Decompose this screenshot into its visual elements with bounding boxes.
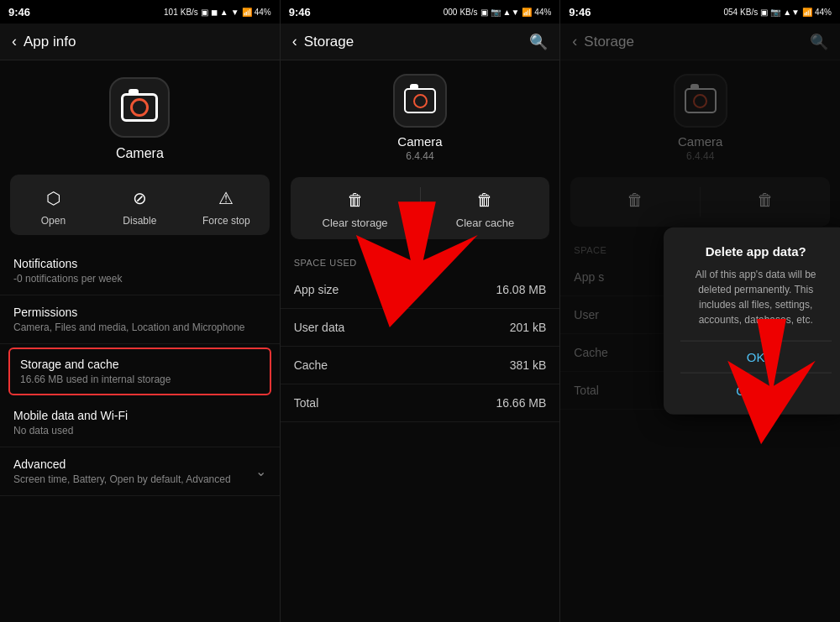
- status-bar-3: 9:46 054 KB/s ▣ 📷 ▲▼ 📶 44%: [560, 0, 840, 24]
- disable-label: Disable: [123, 215, 156, 227]
- disable-icon: ⊘: [128, 186, 151, 210]
- storage-camera-icon-3: [685, 88, 717, 113]
- notifications-sub: -0 notifications per week: [13, 273, 266, 285]
- dialog-text: All of this app's data will be deleted p…: [680, 266, 832, 327]
- permissions-title: Permissions: [13, 306, 266, 319]
- app-icon-section: Camera: [0, 60, 280, 175]
- panel-dialog: 9:46 054 KB/s ▣ 📷 ▲▼ 📶 44% ‹ Storage 🔍: [560, 0, 840, 622]
- force-stop-button[interactable]: ⚠ Force stop: [183, 186, 270, 227]
- mobile-data-item[interactable]: Mobile data and Wi-Fi No data used: [0, 399, 280, 447]
- advanced-title: Advanced: [13, 457, 231, 471]
- storage-sub: 16.66 MB used in internal storage: [20, 374, 260, 385]
- storage-title: Storage and cache: [20, 358, 260, 371]
- status-time-2: 9:46: [289, 6, 311, 18]
- advanced-item[interactable]: Advanced Screen time, Battery, Open by d…: [0, 447, 280, 496]
- space-used-label: SPACE USED: [281, 251, 560, 271]
- force-stop-label: Force stop: [202, 215, 250, 227]
- status-icons-3: 054 KB/s ▣ 📷 ▲▼ 📶 44%: [723, 8, 832, 17]
- panel-storage: 9:46 000 KB/s ▣ 📷 ▲▼ 📶 44% ‹ Storage 🔍 C…: [281, 0, 561, 622]
- status-icons-1: 101 KB/s ▣ ◼ ▲ ▼ 📶 44%: [164, 8, 271, 17]
- open-button[interactable]: ⬡ Open: [10, 186, 97, 227]
- back-button-1[interactable]: ‹: [12, 33, 17, 50]
- status-bar-1: 9:46 101 KB/s ▣ ◼ ▲ ▼ 📶 44%: [0, 0, 280, 24]
- app-size-value: 16.08 MB: [496, 283, 546, 296]
- disable-button[interactable]: ⊘ Disable: [97, 186, 183, 227]
- storage-title-bar: Storage: [304, 34, 523, 50]
- storage-app-name: Camera: [397, 134, 442, 149]
- clear-buttons-row-3: 🗑 🗑: [570, 177, 830, 227]
- status-icons-2: 000 KB/s ▣ 📷 ▲▼ 📶 44%: [444, 8, 552, 17]
- open-label: Open: [41, 215, 66, 227]
- back-button-3: ‹: [572, 33, 577, 50]
- total-value: 16.66 MB: [496, 396, 546, 410]
- user-data-row: User data 201 kB: [281, 309, 560, 347]
- mobile-data-sub: No data used: [13, 425, 266, 436]
- back-button-2[interactable]: ‹: [292, 33, 297, 50]
- dialog-buttons: OK Cancel: [680, 340, 832, 405]
- open-icon: ⬡: [41, 186, 65, 210]
- app-icon: [109, 77, 170, 138]
- clear-storage-button[interactable]: 🗑 Clear storage: [291, 177, 420, 239]
- clear-cache-button[interactable]: 🗑 Clear cache: [421, 177, 550, 239]
- camera-icon: [121, 93, 158, 122]
- user-data-label: User data: [294, 321, 345, 334]
- storage-camera-icon: [404, 88, 436, 113]
- app-name-1: Camera: [116, 146, 164, 161]
- storage-title-bar-3: Storage: [584, 34, 803, 50]
- clear-cache-button-3: 🗑: [701, 177, 830, 227]
- storage-app-section: Camera 6.4.44: [281, 60, 560, 172]
- dialog-cancel-button[interactable]: Cancel: [680, 374, 832, 405]
- mobile-data-title: Mobile data and Wi-Fi: [13, 409, 266, 422]
- total-label: Total: [294, 396, 319, 410]
- storage-app-icon: [393, 74, 447, 128]
- user-data-value: 201 kB: [510, 321, 547, 334]
- advanced-sub: Screen time, Battery, Open by default, A…: [13, 473, 231, 485]
- dialog-title: Delete app data?: [680, 243, 832, 258]
- storage-topbar: ‹ Storage 🔍: [281, 24, 560, 60]
- app-info-title: App info: [24, 34, 268, 50]
- clear-buttons-row: 🗑 Clear storage 🗑 Clear cache: [291, 177, 550, 239]
- cache-row: Cache 381 kB: [281, 347, 560, 384]
- force-stop-icon: ⚠: [214, 186, 238, 210]
- cache-label: Cache: [294, 358, 328, 372]
- permissions-item[interactable]: Permissions Camera, Files and media, Loc…: [0, 295, 280, 344]
- clear-storage-label: Clear storage: [323, 217, 388, 229]
- app-size-label: App size: [294, 283, 339, 296]
- notifications-item[interactable]: Notifications -0 notifications per week: [0, 247, 280, 295]
- clear-cache-label: Clear cache: [456, 217, 514, 229]
- search-icon-3: 🔍: [810, 33, 828, 51]
- clear-storage-icon: 🗑: [347, 191, 364, 210]
- search-icon-2[interactable]: 🔍: [529, 33, 548, 51]
- status-time-3: 9:46: [569, 6, 591, 18]
- action-buttons-row: ⬡ Open ⊘ Disable ⚠ Force stop: [10, 175, 270, 235]
- cache-value: 381 kB: [510, 358, 547, 372]
- notifications-title: Notifications: [13, 257, 266, 270]
- storage-app-version-3: 6.4.44: [686, 150, 714, 162]
- storage-app-version: 6.4.44: [406, 150, 433, 162]
- panel-app-info: 9:46 101 KB/s ▣ ◼ ▲ ▼ 📶 44% ‹ App info C…: [0, 0, 281, 622]
- storage-topbar-3: ‹ Storage 🔍: [560, 24, 840, 60]
- chevron-down-icon: ⌄: [255, 463, 266, 479]
- storage-app-name-3: Camera: [678, 134, 722, 149]
- status-bar-2: 9:46 000 KB/s ▣ 📷 ▲▼ 📶 44%: [281, 0, 560, 24]
- dialog-ok-button[interactable]: OK: [680, 341, 832, 373]
- settings-list: Notifications -0 notifications per week …: [0, 247, 280, 504]
- permissions-sub: Camera, Files and media, Location and Mi…: [13, 321, 266, 333]
- app-size-row: App size 16.08 MB: [281, 271, 560, 309]
- delete-dialog: Delete app data? All of this app's data …: [664, 227, 840, 414]
- status-time-1: 9:46: [8, 6, 30, 18]
- total-row: Total 16.66 MB: [281, 384, 560, 422]
- app-info-topbar: ‹ App info: [0, 24, 280, 60]
- storage-app-section-3: Camera 6.4.44: [560, 60, 840, 172]
- clear-storage-button-3: 🗑: [570, 177, 700, 227]
- storage-item[interactable]: Storage and cache 16.66 MB used in inter…: [8, 348, 271, 395]
- advanced-row: Advanced Screen time, Battery, Open by d…: [13, 457, 266, 485]
- clear-cache-icon: 🗑: [476, 191, 493, 210]
- storage-app-icon-3: [674, 74, 727, 128]
